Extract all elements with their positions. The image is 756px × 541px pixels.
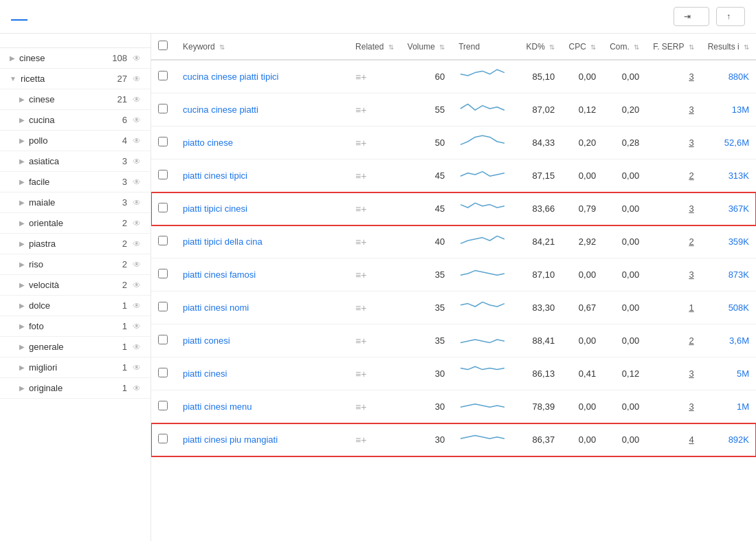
sidebar-item[interactable]: ▶ cinese 21 👁 (0, 89, 151, 110)
sidebar-item[interactable]: ▶ maiale 3 👁 (0, 192, 151, 213)
eye-icon[interactable]: 👁 (133, 301, 141, 311)
row-checkbox[interactable] (158, 203, 168, 212)
eye-icon[interactable]: 👁 (133, 95, 141, 104)
tab-per-volume[interactable] (27, 12, 44, 21)
eye-icon[interactable]: 👁 (133, 280, 141, 290)
col-trend[interactable]: Trend (452, 34, 513, 60)
related-icon[interactable]: ≡+ (355, 368, 366, 379)
related-icon[interactable]: ≡+ (355, 434, 366, 445)
volume-cell: 35 (401, 324, 452, 357)
sidebar-item[interactable]: ▶ cinese 108 👁 (0, 48, 151, 69)
related-icon[interactable]: ≡+ (355, 335, 366, 346)
sidebar-item[interactable]: ▶ orientale 2 👁 (0, 213, 151, 234)
sidebar-item-left: ▶ asiatica (19, 156, 59, 166)
eye-icon[interactable]: 👁 (133, 363, 141, 373)
keyword-link[interactable]: piatti conesi (183, 335, 230, 346)
row-checkbox[interactable] (158, 170, 168, 179)
keyword-link[interactable]: piatti tipici cinesi (183, 203, 247, 214)
eye-icon[interactable]: 👁 (133, 342, 141, 352)
eye-icon[interactable]: 👁 (133, 177, 141, 187)
col-com[interactable]: Com. ⇅ (603, 34, 646, 60)
eye-icon[interactable]: 👁 (133, 54, 141, 63)
keyword-link[interactable]: piatti cinesi famosi (183, 269, 256, 280)
row-checkbox[interactable] (158, 335, 168, 344)
chevron-icon: ▶ (19, 137, 25, 144)
eye-icon[interactable]: 👁 (133, 157, 141, 166)
sidebar-item[interactable]: ▶ velocità 2 👁 (0, 275, 151, 296)
eye-icon[interactable]: 👁 (133, 136, 141, 146)
keyword-link[interactable]: piatto cinese (183, 137, 233, 148)
row-checkbox[interactable] (158, 71, 168, 80)
keyword-link[interactable]: piatti cinesi menu (183, 401, 252, 412)
cpc-value: 0,00 (579, 170, 596, 181)
trend-sparkline (458, 396, 507, 415)
kd-cell: 87,15 (513, 159, 562, 192)
keyword-link[interactable]: cucina cinese piatti (183, 104, 258, 115)
keyword-link[interactable]: piatti cinesi (183, 368, 227, 379)
sidebar-item[interactable]: ▶ facile 3 👁 (0, 172, 151, 192)
row-checkbox[interactable] (158, 269, 168, 278)
sidebar-item[interactable]: ▶ cucina 6 👁 (0, 110, 151, 131)
row-checkbox[interactable] (158, 401, 168, 410)
related-icon[interactable]: ≡+ (355, 302, 366, 313)
related-icon[interactable]: ≡+ (355, 137, 366, 148)
keyword-link[interactable]: cucina cinese piatti tipici (183, 71, 278, 82)
export-button[interactable]: ↑ (716, 7, 745, 26)
table-row: piatti tipici della cina ≡+ 40 84,21 2,9… (151, 225, 756, 258)
related-icon[interactable]: ≡+ (355, 170, 366, 181)
eye-icon[interactable]: 👁 (133, 198, 141, 208)
row-checkbox[interactable] (158, 302, 168, 311)
col-results[interactable]: Results i ⇅ (701, 34, 756, 60)
related-icon[interactable]: ≡+ (355, 71, 366, 82)
results-value: 873K (729, 269, 749, 280)
row-checkbox[interactable] (158, 236, 168, 245)
eye-icon[interactable]: 👁 (133, 115, 141, 125)
eye-icon[interactable]: 👁 (133, 74, 141, 84)
col-fserp[interactable]: F. SERP ⇅ (646, 34, 700, 60)
add-to-ka-button[interactable]: ⇥ (674, 7, 709, 26)
keyword-link[interactable]: piatti tipici della cina (183, 236, 263, 247)
tab-by-number[interactable] (11, 12, 27, 21)
sidebar-item[interactable]: ▶ riso 2 👁 (0, 254, 151, 275)
row-checkbox[interactable] (158, 137, 168, 146)
col-cpc[interactable]: CPC ⇅ (562, 34, 603, 60)
sidebar-item-right: 1 👁 (122, 362, 141, 373)
sidebar-item[interactable]: ▶ dolce 1 👁 (0, 296, 151, 316)
eye-icon[interactable]: 👁 (133, 384, 141, 393)
keyword-link[interactable]: piatti cinesi tipici (183, 170, 247, 181)
row-checkbox[interactable] (158, 368, 168, 377)
eye-icon[interactable]: 👁 (133, 260, 141, 269)
eye-icon[interactable]: 👁 (133, 219, 141, 228)
col-keyword[interactable]: Keyword ⇅ (176, 34, 348, 60)
related-icon[interactable]: ≡+ (355, 104, 366, 115)
sidebar-item[interactable]: ▶ pollo 4 👁 (0, 131, 151, 151)
related-cell: ≡+ (348, 192, 401, 225)
row-checkbox[interactable] (158, 104, 168, 113)
related-icon[interactable]: ≡+ (355, 401, 366, 412)
sidebar-item[interactable]: ▶ asiatica 3 👁 (0, 151, 151, 172)
kd-value: 83,66 (533, 203, 555, 214)
trend-cell (452, 126, 513, 159)
sidebar-item-left: ▶ velocità (19, 280, 59, 290)
sidebar-item[interactable]: ▶ foto 1 👁 (0, 316, 151, 337)
col-kd[interactable]: KD% ⇅ (513, 34, 562, 60)
eye-icon[interactable]: 👁 (133, 322, 141, 331)
sidebar-item[interactable]: ▼ ricetta 27 👁 (0, 69, 151, 89)
sidebar-item[interactable]: ▶ piastra 2 👁 (0, 234, 151, 254)
keyword-link[interactable]: piatti cinesi piu mangiati (183, 434, 278, 445)
related-icon[interactable]: ≡+ (355, 203, 366, 214)
related-icon[interactable]: ≡+ (355, 236, 366, 247)
sidebar-item-left: ▶ facile (19, 177, 49, 187)
col-volume[interactable]: Volume ⇅ (401, 34, 452, 60)
row-checkbox[interactable] (158, 434, 168, 443)
sidebar-item[interactable]: ▶ originale 1 👁 (0, 378, 151, 399)
eye-icon[interactable]: 👁 (133, 239, 141, 249)
keyword-link[interactable]: piatti cinesi nomi (183, 302, 249, 313)
sidebar-item[interactable]: ▶ migliori 1 👁 (0, 357, 151, 378)
col-related[interactable]: Related ⇅ (348, 34, 401, 60)
cpc-value: 0,79 (579, 203, 596, 214)
select-all-checkbox[interactable] (158, 41, 168, 50)
col-checkbox (151, 34, 176, 60)
related-icon[interactable]: ≡+ (355, 269, 366, 280)
sidebar-item[interactable]: ▶ generale 1 👁 (0, 337, 151, 357)
